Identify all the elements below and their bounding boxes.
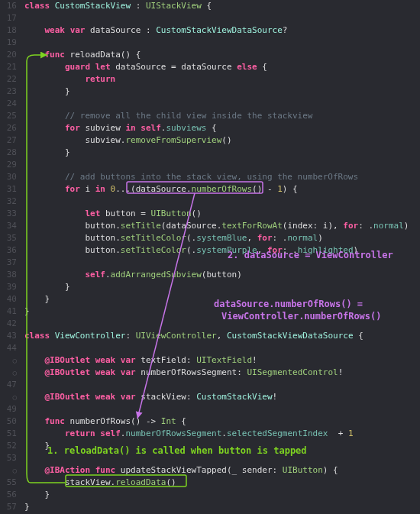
line-number: 44	[0, 342, 17, 354]
line-number: 27	[0, 134, 17, 147]
line-number: 47	[0, 379, 17, 391]
line-number: 23	[0, 86, 17, 98]
line-number: 19	[0, 37, 17, 49]
line-number: 53	[0, 452, 17, 464]
line-number: 24	[0, 98, 17, 110]
line-number: 17	[0, 12, 17, 24]
breakpoint-marker-icon[interactable]: ○	[0, 367, 17, 379]
line-number: 26	[0, 122, 17, 134]
line-number: 52	[0, 440, 17, 452]
line-number: 30	[0, 171, 17, 183]
line-number: 43	[0, 330, 17, 342]
line-number: 16	[0, 0, 17, 12]
line-number: 35	[0, 232, 17, 244]
line-number: 33	[0, 208, 17, 220]
line-number: 55	[0, 477, 17, 489]
line-number: 41	[0, 305, 17, 318]
line-number: 51	[0, 428, 17, 440]
line-number: 32	[0, 196, 17, 208]
line-number: 57	[0, 501, 17, 513]
line-number: 20	[0, 49, 17, 61]
line-number: 40	[0, 293, 17, 305]
line-number: 25	[0, 110, 17, 122]
line-number: 37	[0, 257, 17, 269]
line-number: 36	[0, 244, 17, 257]
line-number: 34	[0, 220, 17, 232]
line-number: 28	[0, 147, 17, 159]
line-number: 18	[0, 24, 17, 37]
line-number: 42	[0, 318, 17, 330]
breakpoint-marker-icon[interactable]: ○	[0, 464, 17, 477]
line-number-gutter: 16 17 18 19 20 21 22 23 24 25 26 27 28 2…	[0, 0, 21, 514]
line-number: 56	[0, 489, 17, 501]
line-number: 31	[0, 183, 17, 196]
line-number: 39	[0, 281, 17, 293]
annotation-text: 2. dataSource = ViewController	[228, 249, 393, 262]
breakpoint-marker-icon[interactable]: ○	[0, 354, 17, 367]
line-number: 21	[0, 61, 17, 73]
line-number: 49	[0, 403, 17, 415]
line-number: 22	[0, 73, 17, 86]
breakpoint-marker-icon[interactable]: ○	[0, 391, 17, 403]
annotation-text: dataSource.numberOfRows() =	[214, 298, 363, 311]
line-number: 38	[0, 269, 17, 281]
annotation-text: ViewController.numberOfRows()	[221, 310, 382, 323]
annotation-text: 1. reloadData() is called when button is…	[47, 444, 307, 457]
line-number: 29	[0, 159, 17, 171]
line-number: 50	[0, 415, 17, 428]
